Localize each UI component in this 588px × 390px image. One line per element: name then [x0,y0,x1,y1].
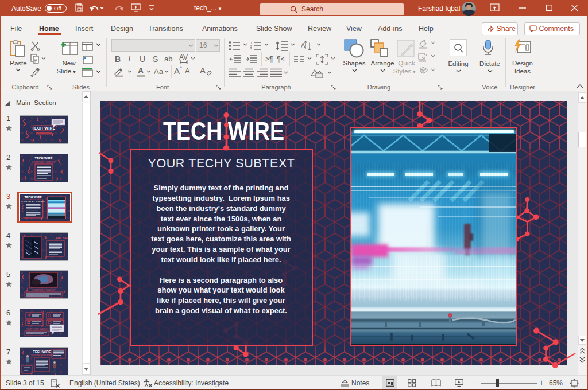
svg-text:YOUR TECHY SUBTEXT: YOUR TECHY SUBTEXT [32,161,56,163]
svg-text:3: 3 [250,48,252,50]
svg-text:TECH WIRE: TECH WIRE [32,126,56,130]
svg-text:TECH WIRE: TECH WIRE [24,196,42,199]
svg-text:TECH WIRE: TECH WIRE [35,157,53,160]
svg-text:YOUR TECHY SUBTEXT: YOUR TECHY SUBTEXT [32,289,56,291]
svg-text:YOUR TECHY SUBTEXT: YOUR TECHY SUBTEXT [26,328,49,330]
svg-text:A: A [301,42,305,49]
svg-text:TECH WIRE: TECH WIRE [33,350,51,353]
svg-text:YOUR TECHY SUBTEXT: YOUR TECHY SUBTEXT [31,354,53,357]
svg-text:YOUR TECHY SUBTEXT: YOUR TECHY SUBTEXT [21,201,45,203]
svg-text:ART BACKDROP: ART BACKDROP [56,236,68,240]
